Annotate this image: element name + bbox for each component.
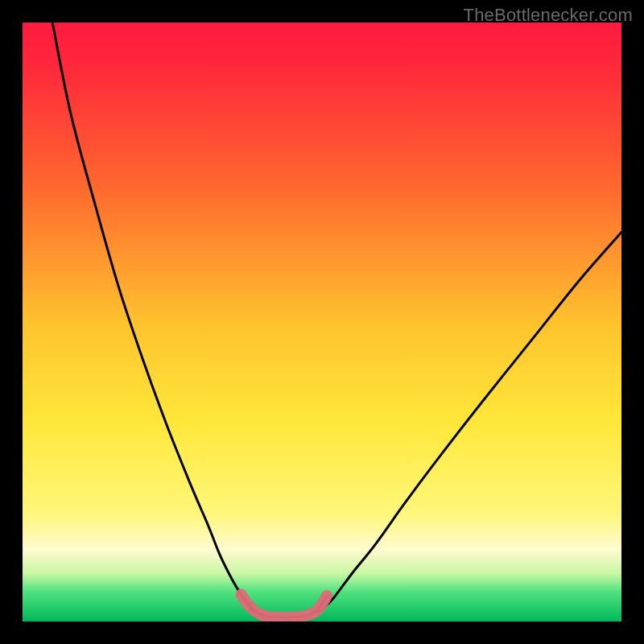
watermark-label: TheBottlenecker.com [464, 5, 633, 26]
chart-svg [23, 23, 621, 621]
chart-area [23, 23, 621, 621]
outer-frame: TheBottlenecker.com [0, 0, 644, 644]
gradient-background [23, 23, 621, 621]
